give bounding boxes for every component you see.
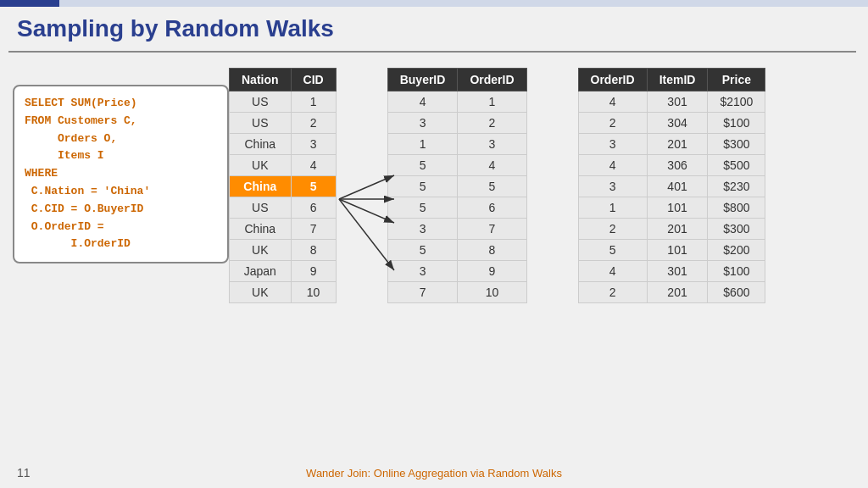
customer-cid-6: 7 (291, 219, 336, 240)
items-row-2: 3201$300 (578, 134, 765, 155)
sql-line-8: O.OrderID = (25, 219, 217, 236)
customer-cid-3: 4 (291, 155, 336, 176)
items-row-0: 4301$2100 (578, 92, 765, 113)
item-orderid-7: 5 (578, 240, 647, 261)
customer-nation-4: China (230, 176, 292, 197)
orders-row-7: 58 (387, 240, 526, 261)
top-bar (0, 0, 868, 7)
customers-row-4: China5 (230, 176, 337, 197)
customer-nation-8: Japan (230, 261, 292, 282)
orders-row-4: 55 (387, 176, 526, 197)
customers-nation-header: Nation (230, 69, 292, 92)
items-row-4: 3401$230 (578, 176, 765, 197)
customers-row-1: US2 (230, 113, 337, 134)
customer-cid-4: 5 (291, 176, 336, 197)
item-price-4: $230 (708, 176, 765, 197)
order-buyerid-9: 7 (387, 282, 458, 303)
orders-row-0: 41 (387, 92, 526, 113)
item-itemid-4: 401 (647, 176, 708, 197)
item-orderid-8: 4 (578, 261, 647, 282)
item-itemid-8: 301 (647, 261, 708, 282)
page-title: Sampling by Random Walks (17, 15, 334, 42)
customer-nation-0: US (230, 92, 292, 113)
items-price-header: Price (708, 69, 765, 92)
customer-cid-9: 10 (291, 282, 336, 303)
items-row-8: 4301$100 (578, 261, 765, 282)
order-orderid-0: 1 (458, 92, 526, 113)
items-row-5: 1101$800 (578, 197, 765, 219)
order-buyerid-6: 3 (387, 219, 458, 240)
items-row-9: 2201$600 (578, 282, 765, 303)
item-itemid-9: 201 (647, 282, 708, 303)
sql-line-3: Orders O, (25, 130, 217, 148)
item-price-2: $300 (708, 134, 765, 155)
customer-nation-7: UK (230, 240, 292, 261)
customer-nation-9: UK (230, 282, 292, 303)
items-row-7: 5101$200 (578, 240, 765, 261)
orders-row-2: 13 (387, 134, 526, 155)
customers-row-7: UK8 (230, 240, 337, 261)
item-orderid-4: 3 (578, 176, 647, 197)
sql-code-box: SELECT SUM(Price) FROM Customers C, Orde… (13, 85, 229, 263)
sql-line-6: C.Nation = 'China' (25, 183, 217, 201)
orders-table: BuyerID OrderID 413213545556375839710 (387, 68, 527, 303)
customer-nation-6: China (230, 219, 292, 240)
item-orderid-3: 4 (578, 155, 647, 176)
order-orderid-5: 6 (458, 197, 526, 219)
customers-row-9: UK10 (230, 282, 337, 303)
items-orderid-header: OrderID (578, 69, 647, 92)
items-row-1: 2304$100 (578, 113, 765, 134)
item-orderid-1: 2 (578, 113, 647, 134)
item-itemid-6: 201 (647, 219, 708, 240)
order-buyerid-1: 3 (387, 113, 458, 134)
order-orderid-3: 4 (458, 155, 526, 176)
divider (8, 51, 856, 53)
customer-nation-2: China (230, 134, 292, 155)
orders-row-6: 37 (387, 219, 526, 240)
order-buyerid-2: 1 (387, 134, 458, 155)
sql-line-7: C.CID = O.BuyerID (25, 201, 217, 219)
order-orderid-7: 8 (458, 240, 526, 261)
item-orderid-0: 4 (578, 92, 647, 113)
order-buyerid-4: 5 (387, 176, 458, 197)
customer-cid-1: 2 (291, 113, 336, 134)
order-buyerid-0: 4 (387, 92, 458, 113)
items-row-6: 2201$300 (578, 219, 765, 240)
customer-cid-0: 1 (291, 92, 336, 113)
customers-row-8: Japan9 (230, 261, 337, 282)
item-itemid-3: 306 (647, 155, 708, 176)
customers-cid-header: CID (291, 69, 336, 92)
customers-row-0: US1 (230, 92, 337, 113)
order-buyerid-3: 5 (387, 155, 458, 176)
orders-row-3: 54 (387, 155, 526, 176)
order-orderid-4: 5 (458, 176, 526, 197)
item-price-8: $100 (708, 261, 765, 282)
footer-text: Wander Join: Online Aggregation via Rand… (306, 467, 562, 480)
customers-table: Nation CID US1US2China3UK4China5US6China… (229, 68, 337, 303)
customers-row-2: China3 (230, 134, 337, 155)
customer-nation-5: US (230, 197, 292, 219)
order-orderid-6: 7 (458, 219, 526, 240)
items-itemid-header: ItemID (647, 69, 708, 92)
customer-nation-3: UK (230, 155, 292, 176)
order-buyerid-8: 3 (387, 261, 458, 282)
sql-line-1: SELECT SUM(Price) (25, 95, 217, 113)
customers-row-6: China7 (230, 219, 337, 240)
customer-cid-8: 9 (291, 261, 336, 282)
item-itemid-7: 101 (647, 240, 708, 261)
item-orderid-6: 2 (578, 219, 647, 240)
orders-row-1: 32 (387, 113, 526, 134)
item-price-9: $600 (708, 282, 765, 303)
order-orderid-9: 10 (458, 282, 526, 303)
item-price-6: $300 (708, 219, 765, 240)
order-buyerid-7: 5 (387, 240, 458, 261)
orders-buyerid-header: BuyerID (387, 69, 458, 92)
orders-row-5: 56 (387, 197, 526, 219)
sql-line-9: I.OrderID (25, 236, 217, 253)
tables-area: Nation CID US1US2China3UK4China5US6China… (229, 68, 765, 303)
orders-orderid-header: OrderID (458, 69, 526, 92)
customers-row-5: US6 (230, 197, 337, 219)
item-itemid-2: 201 (647, 134, 708, 155)
item-itemid-0: 301 (647, 92, 708, 113)
page-number: 11 (17, 466, 31, 480)
